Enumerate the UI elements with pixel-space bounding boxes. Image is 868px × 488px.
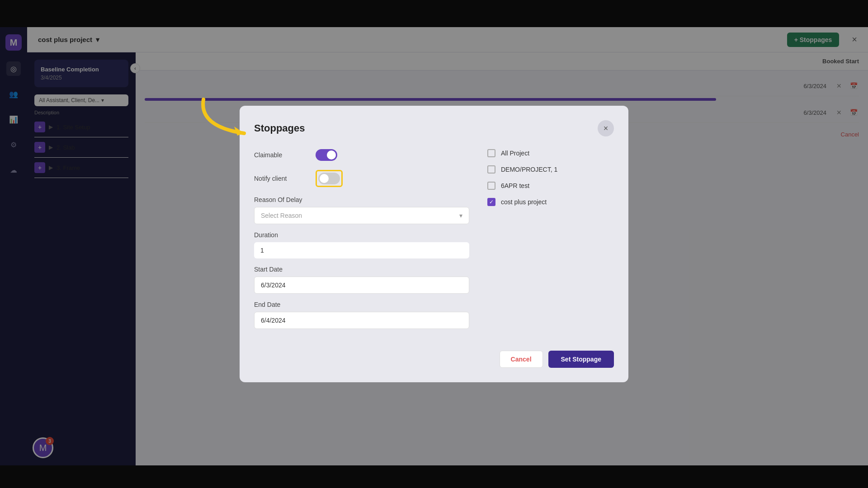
- checkbox-demo-project-label: DEMO/PROJECT, 1: [501, 166, 557, 173]
- end-date-section: End Date 6/4/2024: [254, 301, 469, 329]
- checkbox-demo-project: DEMO/PROJECT, 1: [487, 165, 614, 174]
- notify-client-toggle-wrapper: [316, 170, 343, 187]
- end-date-input[interactable]: 6/4/2024: [254, 312, 469, 329]
- claimable-toggle[interactable]: [316, 149, 337, 161]
- checkbox-6apr-test-input[interactable]: [487, 182, 495, 190]
- checkbox-6apr-test-label: 6APR test: [501, 182, 529, 189]
- reason-chevron-icon: ▾: [459, 212, 462, 219]
- checkbox-all-project-label: All Project: [501, 150, 529, 157]
- claimable-label: Claimable: [254, 151, 308, 159]
- modal-header: Stoppages ×: [254, 120, 614, 136]
- set-stoppage-button[interactable]: Set Stoppage: [548, 351, 614, 368]
- start-date-label: Start Date: [254, 266, 469, 273]
- checkbox-6apr-test: 6APR test: [487, 182, 614, 190]
- notify-client-row: Notify client: [254, 170, 469, 187]
- modal-close-button[interactable]: ×: [598, 120, 614, 136]
- checkbox-all-project-input[interactable]: [487, 149, 495, 157]
- project-list: All Project DEMO/PROJECT, 1 6APR test ✓ …: [487, 149, 614, 336]
- reason-label: Reason Of Delay: [254, 196, 469, 203]
- duration-label: Duration: [254, 231, 469, 239]
- reason-section: Reason Of Delay Select Reason ▾: [254, 196, 469, 224]
- duration-input[interactable]: [254, 242, 469, 258]
- end-date-label: End Date: [254, 301, 469, 308]
- modal-footer: Cancel Set Stoppage: [254, 351, 614, 368]
- notify-client-label: Notify client: [254, 175, 308, 182]
- cancel-button[interactable]: Cancel: [500, 351, 543, 368]
- start-date-input[interactable]: 6/3/2024: [254, 277, 469, 294]
- modal-form: Claimable Notify client Reason Of Delay: [254, 149, 469, 336]
- duration-section: Duration: [254, 231, 469, 258]
- claimable-row: Claimable: [254, 149, 469, 161]
- reason-placeholder: Select Reason: [261, 212, 302, 219]
- stoppages-modal: Stoppages × Claimable Notify client: [240, 106, 628, 382]
- checkbox-demo-project-input[interactable]: [487, 165, 495, 174]
- notify-client-toggle-knob: [320, 174, 329, 183]
- checkbox-cost-plus: ✓ cost plus project: [487, 198, 614, 206]
- checkbox-cost-plus-input[interactable]: ✓: [487, 198, 495, 206]
- claimable-toggle-knob: [327, 150, 336, 160]
- modal-title: Stoppages: [254, 122, 305, 134]
- notify-client-toggle[interactable]: [318, 173, 340, 184]
- start-date-section: Start Date 6/3/2024: [254, 266, 469, 294]
- checkbox-cost-plus-label: cost plus project: [501, 198, 547, 206]
- modal-body: Claimable Notify client Reason Of Delay: [254, 149, 614, 336]
- reason-select[interactable]: Select Reason ▾: [254, 207, 469, 224]
- checkbox-all-project: All Project: [487, 149, 614, 157]
